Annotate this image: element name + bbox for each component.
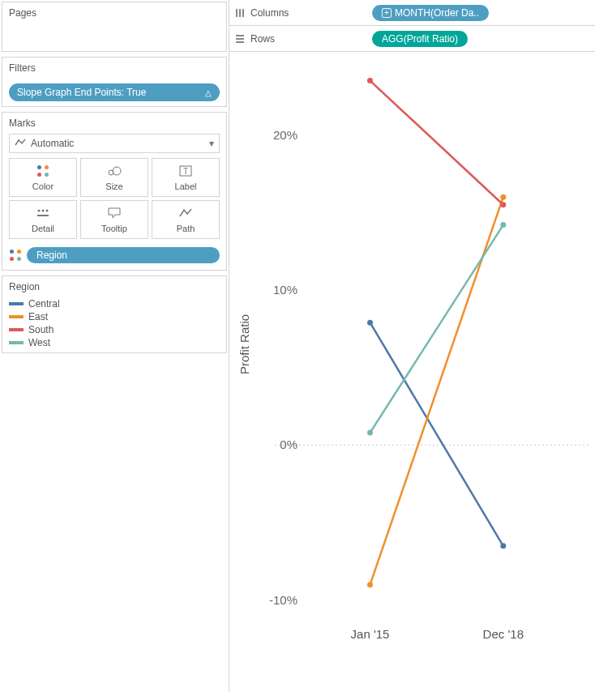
svg-point-1 [113,167,121,175]
marks-type-label: Automatic [31,138,74,149]
y-tick-label: 10% [273,283,298,297]
series-point [500,194,506,200]
legend-item[interactable]: West [2,336,226,349]
legend-label: South [28,324,54,335]
chevron-down-icon: ▾ [209,138,214,149]
filter-pill-label: Slope Graph End Points: True [17,87,146,98]
marks-color-button[interactable]: Color [9,158,77,197]
legend-item[interactable]: Central [2,297,226,310]
series-point [367,582,373,587]
detail-icon [35,206,51,220]
region-pill[interactable]: Region [27,247,220,263]
series-line [370,322,503,546]
series-point [367,430,373,436]
legend-label: Central [28,298,60,309]
line-icon [15,138,26,149]
marks-title: Marks [2,113,226,134]
x-tick-label: Dec '18 [483,627,524,641]
rows-label: Rows [250,33,275,45]
legend-swatch [9,315,24,318]
svg-rect-10 [242,9,244,17]
label-icon: T [178,164,194,178]
svg-rect-12 [236,38,244,40]
marks-tooltip-button[interactable]: Tooltip [80,200,148,239]
path-icon [178,206,194,220]
color-icon [35,164,51,178]
legend-title: Region [2,276,226,297]
svg-point-4 [38,210,41,212]
shelves: Columns + MONTH(Order Da.. Rows AGG(Prof… [229,0,595,52]
svg-rect-13 [236,41,244,43]
plus-icon: + [382,8,392,18]
svg-rect-9 [239,9,241,17]
columns-shelf[interactable]: Columns + MONTH(Order Da.. [229,0,595,26]
chart-viewport[interactable]: -10%0%10%20%Profit RatioJan '15Dec '18 [229,52,595,692]
series-point [500,543,506,548]
rows-icon [234,33,246,45]
series-point [500,222,506,228]
filter-pill[interactable]: Slope Graph End Points: True △ [9,83,220,101]
columns-icon [234,7,246,19]
svg-rect-7 [37,215,49,216]
marks-size-button[interactable]: Size [80,158,148,197]
pages-title: Pages [2,2,226,23]
legend-card: Region CentralEastSouthWest [2,275,227,353]
svg-text:T: T [183,167,188,176]
filters-shelf[interactable]: Filters Slope Graph End Points: True △ [2,57,227,107]
legend-swatch [9,302,24,305]
marks-card: Marks Automatic ▾ Color [2,112,227,271]
svg-point-5 [42,210,45,212]
y-axis-label: Profit Ratio [238,314,251,374]
columns-label: Columns [250,7,289,19]
svg-point-6 [46,210,49,212]
pages-shelf[interactable]: Pages [2,2,227,52]
tooltip-icon [106,206,122,220]
marks-type-select[interactable]: Automatic ▾ [9,134,220,153]
legend-item[interactable]: South [2,323,226,336]
slope-chart: -10%0%10%20%Profit RatioJan '15Dec '18 [234,57,591,681]
svg-rect-8 [236,9,238,17]
filters-title: Filters [2,58,226,79]
y-tick-label: 20% [273,128,298,142]
sidebar: Pages Filters Slope Graph End Points: Tr… [0,0,229,692]
series-line [370,81,503,205]
series-point [367,78,373,83]
size-icon [106,164,122,178]
series-point [367,320,373,326]
y-tick-label: -10% [269,593,298,607]
marks-detail-button[interactable]: Detail [9,200,77,239]
legend-label: East [28,311,48,322]
rows-shelf[interactable]: Rows AGG(Profit Ratio) [229,26,595,52]
marks-label-button[interactable]: T Label [152,158,220,197]
series-line [370,225,503,433]
legend-swatch [9,341,24,344]
series-point [500,202,506,207]
rows-pill[interactable]: AGG(Profit Ratio) [372,31,468,47]
legend-item[interactable]: East [2,310,226,323]
y-tick-label: 0% [280,438,298,451]
columns-pill[interactable]: + MONTH(Order Da.. [372,5,489,21]
marks-path-button[interactable]: Path [152,200,220,239]
legend-label: West [28,337,50,348]
x-tick-label: Jan '15 [351,627,390,641]
legend-swatch [9,328,24,331]
color-icon [9,249,22,262]
svg-rect-11 [236,35,244,36]
delta-icon: △ [205,88,212,97]
